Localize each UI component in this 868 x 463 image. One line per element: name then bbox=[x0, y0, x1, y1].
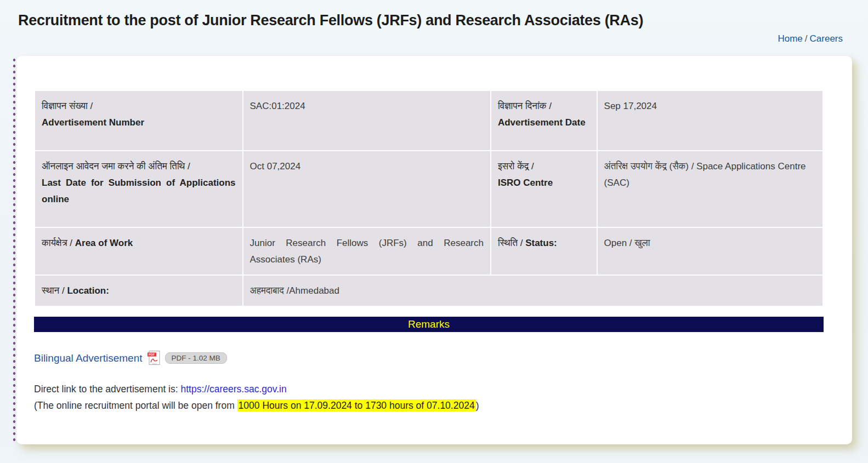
table-row: कार्यक्षेत्र / Area of Work Junior Resea… bbox=[35, 228, 822, 275]
label-isro-centre-hi: इसरो केंद्र / bbox=[498, 158, 590, 175]
remarks-header: Remarks bbox=[34, 317, 824, 332]
label-advertisement-date: विज्ञापन दिनांक / Advertisement Date bbox=[491, 91, 597, 150]
label-last-date-en: Last Date for Submission of Applications… bbox=[42, 175, 236, 208]
label-location-hi: स्थान / bbox=[42, 285, 67, 296]
table-row: विज्ञापन संख्या / Advertisement Number S… bbox=[35, 91, 822, 150]
label-last-date-hi: ऑनलाइन आवेदन जमा करने की अंतिम तिथि / bbox=[42, 158, 236, 175]
label-status: स्थिति / Status: bbox=[491, 228, 597, 275]
page-header: Recruitment to the post of Junior Resear… bbox=[0, 0, 868, 44]
label-area-of-work: कार्यक्षेत्र / Area of Work bbox=[35, 228, 242, 275]
attachment-row: Bilingual Advertisement PDF Adobe PDF - … bbox=[34, 351, 824, 365]
label-advertisement-date-hi: विज्ञापन दिनांक / bbox=[498, 98, 590, 115]
svg-text:PDF: PDF bbox=[149, 353, 155, 356]
portal-window-line: (The online recruitment portal will be o… bbox=[34, 397, 824, 414]
label-status-en: Status: bbox=[525, 238, 557, 248]
direct-link-block: Direct link to the advertisement is: htt… bbox=[34, 381, 824, 414]
portal-line-suffix: ) bbox=[476, 400, 479, 411]
table-row: स्थान / Location: अहमदाबाद /Ahmedabad bbox=[35, 276, 822, 306]
pdf-size-badge: PDF - 1.02 MB bbox=[165, 352, 227, 364]
table-row: ऑनलाइन आवेदन जमा करने की अंतिम तिथि / La… bbox=[35, 151, 822, 227]
value-status: Open / खुला bbox=[598, 228, 822, 275]
value-advertisement-number: SAC:01:2024 bbox=[243, 91, 490, 150]
label-advertisement-number-en: Advertisement Number bbox=[42, 115, 236, 131]
breadcrumb-careers-link[interactable]: Careers bbox=[810, 33, 843, 44]
label-advertisement-number-hi: विज्ञापन संख्या / bbox=[42, 98, 236, 115]
label-isro-centre-en: ISRO Centre bbox=[498, 175, 590, 191]
breadcrumb-home-link[interactable]: Home bbox=[778, 33, 802, 44]
breadcrumb-separator: / bbox=[805, 33, 808, 44]
label-location: स्थान / Location: bbox=[35, 276, 242, 306]
portal-window-highlight: 1000 Hours on 17.09.2024 to 1730 hours o… bbox=[237, 399, 476, 411]
label-last-date: ऑनलाइन आवेदन जमा करने की अंतिम तिथि / La… bbox=[35, 151, 242, 227]
content-panel: विज्ञापन संख्या / Advertisement Number S… bbox=[16, 56, 852, 444]
advertisement-details-table: विज्ञापन संख्या / Advertisement Number S… bbox=[34, 90, 824, 307]
value-last-date: Oct 07,2024 bbox=[243, 151, 490, 227]
bilingual-advertisement-link[interactable]: Bilingual Advertisement bbox=[34, 352, 143, 364]
label-advertisement-date-en: Advertisement Date bbox=[498, 115, 590, 131]
label-advertisement-number: विज्ञापन संख्या / Advertisement Number bbox=[35, 91, 242, 150]
label-area-of-work-en: Area of Work bbox=[75, 238, 133, 248]
careers-url-link[interactable]: https://careers.sac.gov.in bbox=[180, 384, 286, 395]
direct-link-line: Direct link to the advertisement is: htt… bbox=[34, 381, 824, 397]
portal-line-prefix: (The online recruitment portal will be o… bbox=[34, 400, 237, 411]
value-location: अहमदाबाद /Ahmedabad bbox=[243, 276, 822, 306]
label-isro-centre: इसरो केंद्र / ISRO Centre bbox=[491, 151, 597, 227]
label-location-en: Location: bbox=[67, 285, 109, 296]
svg-text:Adobe: Adobe bbox=[152, 363, 157, 365]
page-title: Recruitment to the post of Junior Resear… bbox=[18, 12, 843, 29]
value-isro-centre: अंतरिक्ष उपयोग केंद्र (सैक) / Space Appl… bbox=[598, 151, 822, 227]
label-status-hi: स्थिति / bbox=[498, 238, 525, 248]
value-area-of-work: Junior Research Fellows (JRFs) and Resea… bbox=[243, 228, 490, 275]
value-advertisement-date: Sep 17,2024 bbox=[598, 91, 822, 150]
pdf-icon[interactable]: PDF Adobe bbox=[147, 351, 160, 365]
label-area-of-work-hi: कार्यक्षेत्र / bbox=[42, 238, 75, 248]
direct-link-prefix: Direct link to the advertisement is: bbox=[34, 384, 180, 395]
breadcrumb: Home/Careers bbox=[18, 33, 843, 44]
